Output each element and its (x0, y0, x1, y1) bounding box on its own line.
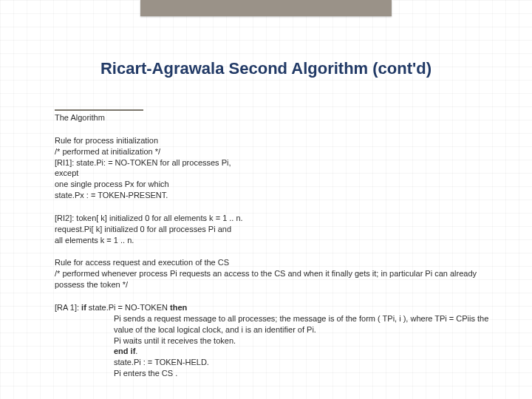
ri2-l1: [RI2]: token[ k] initialized 0 for all e… (55, 214, 243, 222)
ri1-l1: Rule for process initialization (55, 136, 158, 145)
ri1-l5: state.Px : = TOKEN-PRESENT. (55, 191, 168, 200)
ra1-b5: Pi enters the CS . (55, 368, 495, 379)
ra1-mid: state.Pi = NO-TOKEN (86, 303, 170, 312)
slide-title: Ricart-Agrawala Second Algorithm (cont'd… (0, 59, 532, 78)
access-l1: Rule for access request and execution of… (55, 258, 229, 267)
ri2-l3: all elements k = 1 .. n. (55, 236, 134, 245)
access-l2: /* performed whenever process Pi request… (55, 269, 477, 289)
ra1-b3: end if. (55, 346, 495, 357)
ra1-if-kw: if (81, 303, 86, 312)
ri1-l4: one single process Px for which (55, 180, 169, 188)
ra1-b1: Pi sends a request message to all proces… (55, 313, 495, 335)
title-underline (55, 109, 143, 111)
ra1-b3-tail: . (135, 347, 137, 355)
top-decor-bar (140, 0, 392, 16)
para-access: Rule for access request and execution of… (55, 257, 495, 290)
ri1-l3: [RI1]: state.Pi: = NO-TOKEN for all proc… (55, 158, 231, 178)
ra1-then-kw: then (170, 303, 187, 312)
slide-body: The Algorithm Rule for process initializ… (55, 112, 495, 391)
ri2-l2: request.Pi[ k] initialized 0 for all pro… (55, 225, 231, 233)
ra1-prefix: [RA 1]: (55, 303, 81, 312)
ri1-l2: /* performed at initialization */ (55, 147, 160, 156)
para-ri2: [RI2]: token[ k] initialized 0 for all e… (55, 213, 247, 246)
para-ra1: [RA 1]: if state.Pi = NO-TOKEN then Pi s… (55, 302, 495, 379)
ra1-head: [RA 1]: if state.Pi = NO-TOKEN then (55, 302, 495, 313)
ra1-b4: state.Pi : = TOKEN-HELD. (55, 357, 495, 368)
section-heading: The Algorithm (55, 112, 495, 123)
ra1-b2: Pi waits until it receives the token. (55, 335, 495, 347)
ra1-endif-kw: end if (114, 347, 135, 355)
para-ri1: Rule for process initialization /* perfo… (55, 135, 247, 201)
